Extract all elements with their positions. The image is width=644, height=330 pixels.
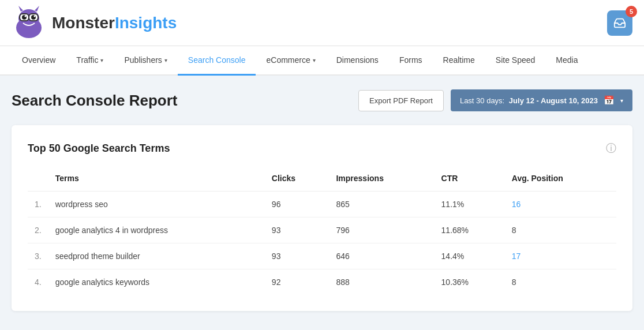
col-ctr: CTR	[435, 169, 505, 192]
nav-item-dimensions[interactable]: Dimensions	[326, 46, 389, 76]
cell-clicks: 93	[265, 243, 330, 269]
table-row: 3.seedprod theme builder9364614.4%17	[28, 243, 616, 269]
col-rank	[28, 169, 48, 192]
card-header: Top 50 Google Search Terms ⓘ	[28, 141, 616, 155]
nav-item-ecommerce[interactable]: eCommerce ▾	[256, 46, 325, 76]
cell-term: wordpress seo	[48, 192, 265, 217]
report-title: Search Console Report	[12, 92, 178, 110]
cell-avg-position: 16	[505, 192, 616, 217]
table-row: 1.wordpress seo9686511.1%16	[28, 192, 616, 217]
search-terms-card: Top 50 Google Search Terms ⓘ Terms Click…	[12, 125, 632, 311]
info-icon[interactable]: ⓘ	[606, 141, 616, 155]
cell-term: google analytics 4 in wordpress	[48, 217, 265, 243]
col-terms: Terms	[48, 169, 265, 192]
cell-impressions: 646	[329, 243, 434, 269]
svg-point-9	[34, 15, 36, 17]
logo-text: MonsterInsights	[52, 14, 177, 32]
date-chevron-icon: ▾	[620, 97, 623, 104]
cell-rank: 2.	[28, 217, 48, 243]
cell-avg-position: 8	[505, 269, 616, 295]
cell-rank: 3.	[28, 243, 48, 269]
cell-clicks: 93	[265, 217, 330, 243]
cell-ctr: 14.4%	[435, 243, 505, 269]
cell-clicks: 92	[265, 269, 330, 295]
date-range-label: Last 30 days: July 12 - August 10, 2023	[460, 96, 598, 105]
nav-item-forms[interactable]: Forms	[389, 46, 433, 76]
svg-marker-3	[35, 6, 39, 12]
nav-item-search-console[interactable]: Search Console	[178, 46, 256, 76]
report-header: Search Console Report Export PDF Report …	[12, 89, 632, 111]
nav-item-realtime[interactable]: Realtime	[433, 46, 485, 76]
svg-point-8	[25, 15, 27, 17]
export-pdf-button[interactable]: Export PDF Report	[358, 90, 444, 111]
col-impressions: Impressions	[329, 169, 434, 192]
nav-item-publishers[interactable]: Publishers ▾	[114, 46, 177, 76]
main-nav: Overview Traffic ▾ Publishers ▾ Search C…	[0, 46, 644, 76]
cell-rank: 4.	[28, 269, 48, 295]
header: MonsterInsights 5	[0, 0, 644, 46]
cell-impressions: 865	[329, 192, 434, 217]
cell-term: seedprod theme builder	[48, 243, 265, 269]
table-header-row: Terms Clicks Impressions CTR Avg. Positi…	[28, 169, 616, 192]
cell-rank: 1.	[28, 192, 48, 217]
cell-impressions: 796	[329, 217, 434, 243]
table-row: 4.google analytics keywords9288810.36%8	[28, 269, 616, 295]
table-row: 2.google analytics 4 in wordpress9379611…	[28, 217, 616, 243]
calendar-icon: 📅	[604, 95, 615, 106]
cell-ctr: 11.1%	[435, 192, 505, 217]
logo-area: MonsterInsights	[12, 6, 177, 40]
cell-avg-position: 8	[505, 217, 616, 243]
cell-ctr: 11.68%	[435, 217, 505, 243]
cell-impressions: 888	[329, 269, 434, 295]
ecommerce-chevron-icon: ▾	[313, 57, 316, 63]
nav-item-media[interactable]: Media	[545, 46, 588, 76]
nav-item-site-speed[interactable]: Site Speed	[485, 46, 546, 76]
col-avg-position: Avg. Position	[505, 169, 616, 192]
search-terms-table: Terms Clicks Impressions CTR Avg. Positi…	[28, 169, 616, 295]
report-actions: Export PDF Report Last 30 days: July 12 …	[358, 89, 632, 111]
cell-clicks: 96	[265, 192, 330, 217]
cell-avg-position: 17	[505, 243, 616, 269]
date-range-button[interactable]: Last 30 days: July 12 - August 10, 2023 …	[451, 89, 632, 111]
header-right: 5	[607, 10, 632, 36]
publishers-chevron-icon: ▾	[164, 57, 167, 63]
cell-term: google analytics keywords	[48, 269, 265, 295]
cell-ctr: 10.36%	[435, 269, 505, 295]
logo-icon	[12, 6, 46, 40]
traffic-chevron-icon: ▾	[100, 57, 103, 63]
inbox-icon	[613, 17, 626, 29]
nav-item-overview[interactable]: Overview	[12, 46, 66, 76]
svg-marker-2	[18, 6, 23, 12]
card-title: Top 50 Google Search Terms	[28, 142, 170, 155]
col-clicks: Clicks	[265, 169, 330, 192]
main-content: Search Console Report Export PDF Report …	[0, 76, 644, 325]
notification-badge: 5	[626, 6, 637, 17]
nav-item-traffic[interactable]: Traffic ▾	[66, 46, 114, 76]
